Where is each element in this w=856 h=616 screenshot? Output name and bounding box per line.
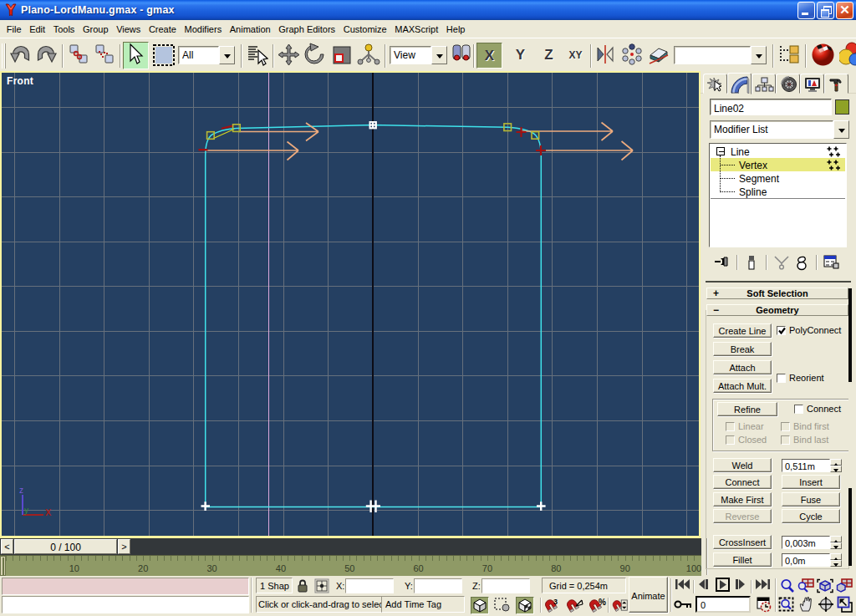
viewport-label[interactable]: Front <box>7 75 33 87</box>
weld-threshold-spinner[interactable]: 0,511m <box>782 459 842 472</box>
named-selection-sets-combo[interactable] <box>674 46 767 64</box>
restrict-to-x-button[interactable]: X <box>476 43 502 69</box>
restrict-to-y-button[interactable]: Y <box>507 43 533 69</box>
min-max-toggle-button[interactable] <box>837 596 853 613</box>
time-slider-next-button[interactable]: > <box>118 539 130 554</box>
reverse-button[interactable]: Reverse <box>713 509 772 523</box>
menu-create[interactable]: Create <box>145 22 181 37</box>
tab-hierarchy[interactable] <box>752 74 776 94</box>
modifier-list-combo[interactable]: Modifier List <box>710 120 849 139</box>
rollout-soft-selection[interactable]: + Soft Selection <box>706 288 848 299</box>
y-coord-field[interactable] <box>414 578 462 593</box>
show-end-result-icon[interactable] <box>746 255 757 270</box>
select-and-scale-icon[interactable] <box>331 44 353 66</box>
time-slider-handle[interactable]: 0 / 100 <box>14 539 117 554</box>
maxscript-listener-line[interactable] <box>2 596 249 613</box>
fillet-value[interactable]: 0,0m <box>782 553 830 567</box>
spinner-up-icon[interactable] <box>830 553 842 560</box>
pin-stack-icon[interactable] <box>714 255 731 268</box>
restrict-to-xy-plane-button[interactable]: XY <box>563 43 588 69</box>
menu-modifiers[interactable]: Modifiers <box>181 22 226 37</box>
zoom-button[interactable] <box>780 578 795 593</box>
x-coord-field[interactable] <box>345 578 394 593</box>
crossinsert-spinner[interactable]: 0,003m <box>782 536 842 549</box>
go-to-start-button[interactable] <box>675 578 690 590</box>
render-icon[interactable] <box>839 42 856 68</box>
connect-button[interactable]: Connect <box>713 475 772 489</box>
object-color-swatch[interactable] <box>835 99 849 115</box>
current-frame-field[interactable]: 0 <box>696 596 751 613</box>
panel-scrollbar[interactable] <box>848 288 852 566</box>
align-icon[interactable] <box>647 43 670 66</box>
select-and-move-icon[interactable] <box>278 43 300 66</box>
percent-snap-icon[interactable]: % <box>588 598 608 613</box>
modifier-list-dropdown-icon[interactable] <box>833 120 849 139</box>
snap-toggle-3d-icon[interactable]: 3 <box>543 598 560 613</box>
redo-icon[interactable] <box>36 44 57 64</box>
toolbar-drag-handle[interactable] <box>2 43 6 69</box>
arc-rotate-button[interactable] <box>818 596 834 613</box>
array-icon[interactable] <box>620 43 644 66</box>
stack-row-line[interactable]: Line <box>711 145 845 158</box>
zoom-extents-button[interactable] <box>817 578 833 593</box>
checker-cube-button[interactable] <box>516 597 534 614</box>
panel-scrollbar-thumb[interactable] <box>848 382 852 488</box>
next-frame-button[interactable] <box>735 578 746 590</box>
track-view-icon[interactable] <box>777 43 801 66</box>
material-editor-icon[interactable] <box>810 42 836 68</box>
reference-coordinate-system-combo[interactable]: View <box>390 46 447 64</box>
fuse-button[interactable]: Fuse <box>782 492 840 507</box>
make-first-button[interactable]: Make First <box>713 492 772 507</box>
crossinsert-button[interactable]: CrossInsert <box>713 535 772 549</box>
weld-button[interactable]: Weld <box>713 458 772 472</box>
tab-motion[interactable] <box>776 74 800 94</box>
select-and-manipulate-icon[interactable] <box>357 43 380 67</box>
time-configuration-button[interactable] <box>757 597 772 613</box>
menu-customize[interactable]: Customize <box>339 22 391 37</box>
remove-modifier-icon[interactable] <box>795 255 808 271</box>
selection-lock-icon[interactable] <box>297 579 308 593</box>
pan-button[interactable] <box>798 596 815 613</box>
refine-button[interactable]: Refine <box>717 402 777 416</box>
create-line-button[interactable]: Create Line <box>713 323 772 338</box>
angle-snap-icon[interactable] <box>565 598 585 613</box>
spinner-down-icon[interactable] <box>830 542 842 549</box>
tab-create[interactable] <box>703 74 727 94</box>
go-to-end-button[interactable] <box>755 578 771 590</box>
dotted-selection-button[interactable] <box>493 597 512 614</box>
menu-animation[interactable]: Animation <box>226 22 275 37</box>
track-bar[interactable]: 102030405060708090100 <box>0 555 701 576</box>
select-and-link-icon[interactable] <box>68 43 89 65</box>
region-zoom-button[interactable] <box>778 597 795 613</box>
menu-group[interactable]: Group <box>79 22 112 37</box>
fillet-button[interactable]: Fillet <box>713 552 772 567</box>
zoom-extents-all-button[interactable] <box>836 578 853 593</box>
menu-tools[interactable]: Tools <box>49 22 79 37</box>
named-selection-dropdown-icon[interactable] <box>751 46 767 64</box>
insert-button[interactable]: Insert <box>782 475 840 489</box>
restore-button[interactable] <box>817 2 834 19</box>
previous-frame-button[interactable] <box>697 578 709 590</box>
mirror-icon[interactable] <box>594 43 616 66</box>
attach-mult-button[interactable]: Attach Mult. <box>713 379 772 393</box>
select-by-name-icon[interactable] <box>246 43 268 66</box>
weld-threshold-value[interactable]: 0,511m <box>782 459 830 472</box>
maxscript-listener-macro-line[interactable] <box>2 578 249 595</box>
crossinsert-value[interactable]: 0,003m <box>782 536 830 549</box>
minimize-button[interactable] <box>797 2 815 19</box>
cycle-button[interactable]: Cycle <box>782 509 840 523</box>
menu-file[interactable]: File <box>3 22 25 37</box>
snap-degradation-button[interactable] <box>471 597 489 614</box>
selection-filter-combo[interactable]: All <box>178 46 235 64</box>
menu-graph-editors[interactable]: Graph Editors <box>274 22 339 37</box>
rectangular-selection-region-icon[interactable] <box>152 43 176 67</box>
spinner-down-icon[interactable] <box>830 560 842 567</box>
viewport-front[interactable]: X z y Front <box>0 71 701 537</box>
spinner-up-icon[interactable] <box>830 536 842 542</box>
selection-filter-dropdown-icon[interactable] <box>219 46 235 64</box>
tab-modify[interactable] <box>727 73 752 94</box>
rollout-geometry[interactable]: − Geometry <box>706 304 848 316</box>
key-mode-toggle-icon[interactable] <box>674 598 692 610</box>
menu-edit[interactable]: Edit <box>25 22 49 37</box>
make-unique-icon[interactable] <box>773 255 790 270</box>
